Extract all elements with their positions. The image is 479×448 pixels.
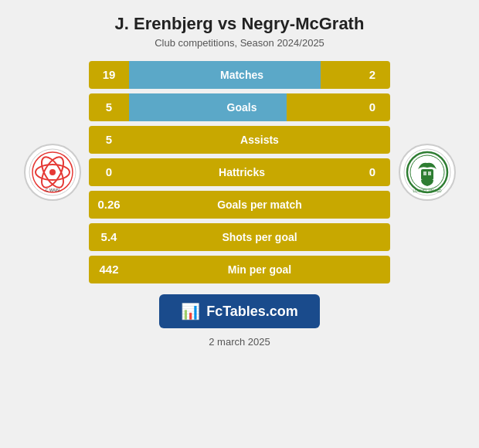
svg-rect-10: [421, 169, 433, 180]
stat-left-value: 5.4: [89, 223, 129, 251]
left-team-badge: C WAIN: [15, 144, 89, 201]
page-title: J. Erenbjerg vs Negry-McGrath: [115, 14, 365, 34]
stat-bar-section: Goals: [129, 93, 355, 121]
stat-left-value: 5: [89, 93, 129, 121]
stat-row: 442Min per goal: [89, 256, 390, 283]
svg-text:LOMMEL UNITED: LOMMEL UNITED: [413, 189, 442, 193]
stat-label: Goals: [227, 101, 257, 114]
svg-point-5: [49, 169, 56, 175]
stat-label: Matches: [220, 69, 263, 81]
svg-rect-11: [423, 171, 426, 175]
stat-row: 0.26Goals per match: [89, 191, 390, 219]
svg-text:C WAIN: C WAIN: [46, 188, 59, 192]
stat-left-value: 19: [89, 61, 129, 89]
stat-row: 19Matches2: [89, 61, 390, 89]
stat-bar-section: Shots per goal: [129, 223, 390, 251]
fctables-banner[interactable]: 📊 FcTables.com: [159, 294, 320, 328]
stat-left-value: 5: [89, 126, 129, 154]
stat-bar-section: Assists: [129, 126, 390, 154]
svg-rect-12: [428, 171, 431, 175]
fctables-icon: 📊: [181, 302, 200, 321]
stat-label: Min per goal: [228, 263, 291, 276]
page-subtitle: Club competitions, Season 2024/2025: [155, 37, 324, 49]
stat-label: Hattricks: [219, 166, 265, 178]
stat-bar-fill: [129, 93, 287, 121]
right-team-logo: LOMMEL UNITED: [399, 144, 456, 201]
stat-row: 5Goals0: [89, 93, 390, 121]
stat-right-value: 2: [355, 61, 390, 89]
main-container: J. Erenbjerg vs Negry-McGrath Club compe…: [0, 0, 479, 448]
stat-right-value: 0: [355, 93, 390, 121]
right-team-badge: LOMMEL UNITED: [390, 144, 464, 201]
stats-area: C WAIN 19Matches25Goals05Assists0Hattric…: [15, 61, 464, 283]
stat-bar-section: Goals per match: [129, 191, 390, 219]
stat-row: 5.4Shots per goal: [89, 223, 390, 251]
fctables-label: FcTables.com: [206, 304, 298, 320]
stat-left-value: 0: [89, 158, 129, 186]
stat-bar-section: Min per goal: [129, 256, 390, 283]
left-team-logo: C WAIN: [24, 144, 81, 201]
stat-bar-section: Hattricks: [129, 158, 355, 186]
stat-label: Shots per goal: [222, 231, 297, 243]
stat-bar-section: Matches: [129, 61, 355, 89]
footer-date: 2 march 2025: [209, 336, 270, 348]
stat-left-value: 0.26: [89, 191, 129, 219]
stat-row: 0Hattricks0: [89, 158, 390, 186]
stat-row: 5Assists: [89, 126, 390, 154]
stat-label: Goals per match: [217, 199, 302, 211]
stat-label: Assists: [240, 134, 279, 146]
stats-rows: 19Matches25Goals05Assists0Hattricks00.26…: [89, 61, 390, 283]
stat-right-value: 0: [355, 158, 390, 186]
stat-left-value: 442: [89, 256, 129, 283]
